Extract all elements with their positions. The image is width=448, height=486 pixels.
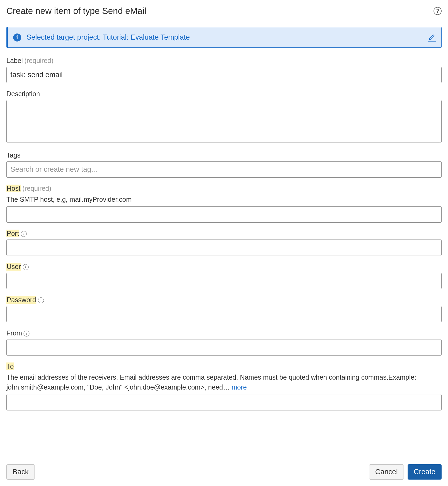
description-label: Description [6, 90, 442, 98]
field-port: Port i [6, 230, 442, 256]
field-from: From i [6, 329, 442, 356]
tags-input[interactable] [6, 161, 442, 178]
from-input[interactable] [6, 339, 442, 356]
label-label-text: Label [6, 57, 23, 65]
target-project-text: Selected target project: Tutorial: Evalu… [26, 33, 428, 42]
dialog-header: Create new item of type Send eMail ? [0, 0, 448, 22]
password-info-icon[interactable]: i [38, 297, 44, 303]
port-label: Port i [6, 230, 442, 237]
to-more-link[interactable]: more [230, 383, 247, 391]
host-input[interactable] [6, 206, 442, 223]
field-user: User i [6, 263, 442, 289]
to-label: To [6, 362, 442, 370]
from-label-text: From [6, 329, 22, 337]
from-info-icon[interactable]: i [24, 331, 29, 337]
edit-target-project-icon[interactable] [428, 33, 436, 42]
user-input[interactable] [6, 273, 442, 289]
port-label-text: Port [6, 230, 19, 237]
user-label: User i [6, 263, 442, 271]
password-input[interactable] [6, 306, 442, 322]
to-help-text: The email addresses of the receivers. Em… [6, 372, 442, 392]
host-help-text: The SMTP host, e,g, mail.myProvider.com [6, 195, 442, 204]
help-icon[interactable]: ? [434, 7, 442, 15]
host-label-text: Host [6, 185, 21, 192]
target-project-banner: i Selected target project: Tutorial: Eva… [6, 27, 442, 48]
to-input[interactable] [6, 394, 442, 410]
description-input[interactable] [6, 100, 442, 143]
host-label: Host (required) [6, 185, 442, 192]
from-label: From i [6, 329, 442, 337]
dialog-title: Create new item of type Send eMail [6, 6, 146, 16]
field-password: Password i [6, 296, 442, 322]
user-info-icon[interactable]: i [23, 264, 29, 270]
host-required-hint: (required) [22, 185, 51, 192]
port-info-icon[interactable]: i [21, 231, 27, 237]
field-description: Description [6, 90, 442, 144]
field-to: To The email addresses of the receivers.… [6, 362, 442, 410]
label-input[interactable] [6, 67, 442, 83]
dialog-footer: Back Cancel Create [0, 459, 448, 486]
port-input[interactable] [6, 240, 442, 256]
dialog-body: i Selected target project: Tutorial: Eva… [0, 22, 448, 459]
create-item-dialog: Create new item of type Send eMail ? i S… [0, 0, 448, 486]
field-tags: Tags [6, 151, 442, 178]
password-label: Password i [6, 296, 442, 304]
password-label-text: Password [6, 296, 36, 304]
user-label-text: User [6, 263, 21, 271]
tags-label: Tags [6, 151, 442, 159]
create-button[interactable]: Create [408, 464, 442, 480]
field-label: Label (required) [6, 57, 442, 83]
to-label-text: To [6, 362, 14, 370]
cancel-button[interactable]: Cancel [369, 464, 404, 480]
to-help-text-content: The email addresses of the receivers. Em… [6, 373, 416, 391]
label-label: Label (required) [6, 57, 442, 65]
back-button[interactable]: Back [6, 464, 35, 480]
field-host: Host (required) The SMTP host, e,g, mail… [6, 185, 442, 223]
label-required-hint: (required) [24, 57, 53, 65]
info-icon: i [13, 33, 21, 42]
footer-right-group: Cancel Create [369, 464, 442, 480]
